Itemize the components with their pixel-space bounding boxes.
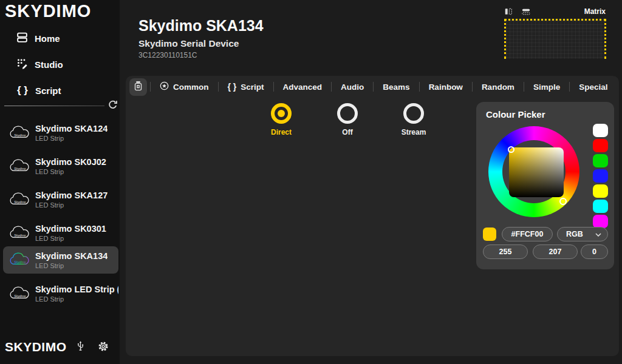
tab-simple[interactable]: Simple <box>524 78 569 96</box>
device-cloud-icon: Skydimo <box>9 286 30 302</box>
refresh-icon <box>108 103 118 112</box>
vertical-layout-button[interactable] <box>504 7 513 18</box>
jar-icon <box>134 81 143 93</box>
device-list-item-selected[interactable]: Skydimo Skydimo SKA134LED Strip <box>3 246 118 274</box>
colour-mode-dropdown[interactable]: RGB <box>557 227 608 241</box>
skydimo-app-window: SKYDIMO Home Studio { } Script Skydimo <box>0 0 622 364</box>
svg-text:Skydimo: Skydimo <box>14 133 26 137</box>
saturation-value-marker[interactable] <box>508 146 514 153</box>
tab-special[interactable]: Special <box>570 78 617 96</box>
sidebar-item-home[interactable]: Home <box>0 28 120 49</box>
led-matrix-preview[interactable] <box>504 19 606 59</box>
device-type: LED Strip <box>35 168 106 175</box>
sidebar-footer: SKYDIMO <box>0 336 120 358</box>
saturation-value-square[interactable] <box>509 147 564 197</box>
device-cloud-icon: Skydimo <box>9 252 30 268</box>
usb-connection-button[interactable] <box>77 340 84 354</box>
chevron-down-icon <box>595 230 601 238</box>
svg-text:Skydimo: Skydimo <box>14 260 26 264</box>
device-list-item[interactable]: Skydimo Skydimo SK0301LED Strip <box>3 219 118 247</box>
device-name: Skydimo SK0301 <box>35 224 106 234</box>
device-name: Skydimo LED Strip (Se… <box>35 285 118 294</box>
tab-random[interactable]: Random <box>473 78 524 96</box>
device-name: Skydimo SK0J02 <box>35 157 106 167</box>
mode-radio-stream[interactable]: Stream <box>386 103 441 136</box>
device-list-item[interactable]: Skydimo Skydimo LED Strip (Se…LED Strip <box>3 280 118 308</box>
sidebar-divider <box>4 106 104 106</box>
device-subtitle: Skydimo Serial Device <box>138 38 264 49</box>
settings-gear-icon <box>98 341 109 354</box>
blue-value-input[interactable] <box>581 244 608 259</box>
device-list-item[interactable]: Skydimo Skydimo SKA127LED Strip <box>3 186 118 214</box>
hue-wheel-marker[interactable] <box>559 198 567 205</box>
mode-radio-direct[interactable]: Direct <box>254 103 309 136</box>
sidebar-item-script[interactable]: { } Script <box>0 80 120 101</box>
braces-icon: { } <box>228 82 237 92</box>
tab-advanced[interactable]: Advanced <box>274 78 332 96</box>
tab-script[interactable]: { } Script <box>219 78 273 96</box>
device-cloud-icon: Skydimo <box>9 226 30 241</box>
device-list-item[interactable]: Skydimo Skydimo SKA124LED Strip <box>3 119 118 147</box>
svg-text:Skydimo: Skydimo <box>14 200 26 204</box>
usb-icon <box>77 340 84 354</box>
sidebar-item-studio[interactable]: Studio <box>0 54 120 75</box>
radio-unselected-icon <box>337 103 358 124</box>
current-colour-chip[interactable] <box>483 228 496 241</box>
device-list-item[interactable]: Skydimo Skydimo SK0J02LED Strip <box>3 152 118 180</box>
app-logo: SKYDIMO <box>5 1 91 21</box>
device-type: LED Strip <box>35 201 108 209</box>
horizontal-layout-icon <box>521 8 531 18</box>
refresh-devices-button[interactable] <box>107 99 119 112</box>
preset-jar-button[interactable] <box>129 78 147 96</box>
device-type: LED Strip <box>35 235 106 242</box>
radio-selected-icon <box>271 103 292 124</box>
colour-picker-title: Colour Picker <box>486 109 545 120</box>
sidebar-item-label: Studio <box>35 59 63 70</box>
braces-icon: { } <box>16 84 29 96</box>
green-value-input[interactable] <box>533 244 578 259</box>
matrix-label: Matrix <box>584 7 606 16</box>
swatch-magenta[interactable] <box>593 215 608 228</box>
sidebar: SKYDIMO Home Studio { } Script Skydimo <box>0 0 120 364</box>
swatch-white[interactable] <box>593 124 608 137</box>
settings-button[interactable] <box>98 341 109 354</box>
swatch-cyan[interactable] <box>593 200 608 213</box>
device-name: Skydimo SKA124 <box>35 124 108 133</box>
effect-tabbar: Common { } Script Advanced Audio Beams R… <box>129 78 617 96</box>
page-title: Skydimo SKA134 <box>138 17 264 35</box>
svg-text:Skydimo: Skydimo <box>14 294 26 298</box>
device-cloud-icon: Skydimo <box>9 126 30 141</box>
main-content-panel: Common { } Script Advanced Audio Beams R… <box>126 76 619 356</box>
home-icon <box>16 32 28 46</box>
tab-beams[interactable]: Beams <box>374 78 419 96</box>
swatch-blue[interactable] <box>593 169 608 183</box>
circled-star-icon <box>160 81 169 93</box>
swatch-red[interactable] <box>593 139 608 152</box>
sidebar-item-label: Home <box>35 33 60 44</box>
horizontal-layout-button[interactable] <box>521 7 531 18</box>
device-type: LED Strip <box>35 135 108 142</box>
device-name: Skydimo SKA134 <box>35 251 108 261</box>
tab-audio[interactable]: Audio <box>332 78 373 96</box>
sidebar-item-label: Script <box>35 86 61 96</box>
device-type: LED Strip <box>35 295 118 303</box>
device-type: LED Strip <box>35 262 108 269</box>
swatch-green[interactable] <box>593 154 608 167</box>
radio-unselected-icon <box>403 103 424 124</box>
device-name: Skydimo SKA127 <box>35 190 108 200</box>
studio-icon <box>16 58 28 72</box>
device-cloud-icon: Skydimo <box>9 192 30 207</box>
swatch-yellow[interactable] <box>593 184 608 198</box>
colour-picker-panel: Colour Picker RGB <box>476 102 614 269</box>
device-serial-number: 3C12230110151C <box>138 51 264 59</box>
vertical-layout-icon <box>504 8 513 18</box>
footer-logo: SKYDIMO <box>5 340 67 354</box>
svg-text:Skydimo: Skydimo <box>14 234 26 237</box>
hex-colour-input[interactable] <box>502 227 553 241</box>
tab-common[interactable]: Common <box>151 78 218 96</box>
mode-radio-off[interactable]: Off <box>320 103 375 136</box>
tab-rainbow[interactable]: Rainbow <box>420 78 472 96</box>
red-value-input[interactable] <box>483 244 528 259</box>
preset-swatches <box>593 124 608 230</box>
svg-text:Skydimo: Skydimo <box>14 167 26 170</box>
